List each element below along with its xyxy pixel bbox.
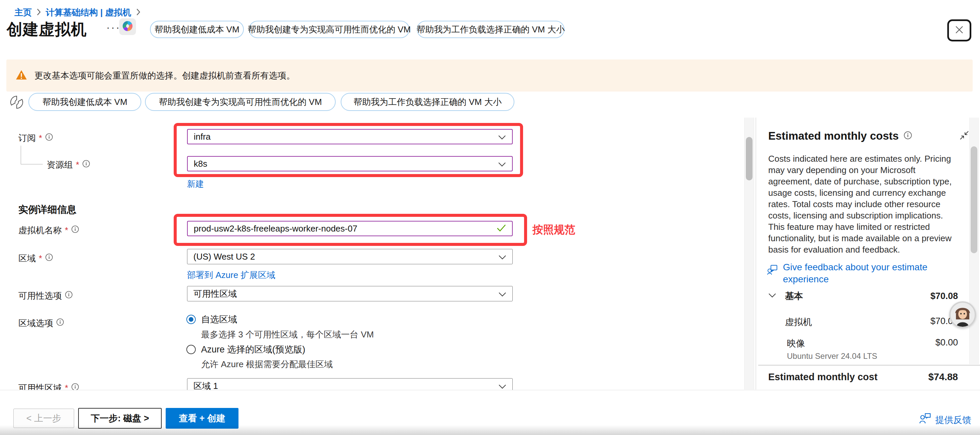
copilot-icon: [122, 20, 134, 33]
presenter-avatar: [949, 301, 976, 328]
deploy-extended-zones-link[interactable]: 部署到 Azure 扩展区域: [187, 269, 275, 281]
vm-name-label: 虚拟机名称*: [18, 225, 79, 236]
breadcrumb: 主页 计算基础结构 | 虚拟机: [14, 7, 141, 18]
valid-check-icon: [497, 223, 506, 234]
assist-low-cost-vm-button[interactable]: 帮助我创建低成本 VM: [150, 21, 244, 38]
feedback-bubbles-icon: [767, 261, 778, 285]
subscription-label: 订阅*: [18, 132, 53, 144]
chevron-right-icon: [136, 8, 141, 17]
zone-option-azure-select[interactable]: Azure 选择的区域(预览版): [186, 343, 305, 355]
annotation-note: 按照规范: [533, 223, 575, 237]
info-icon[interactable]: [65, 291, 73, 301]
zone-option-self-select[interactable]: 自选区域: [186, 313, 237, 325]
chevron-right-icon: [37, 8, 41, 17]
assist-high-availability-button[interactable]: 帮助我创建专为实现高可用性而优化的 VM: [249, 21, 409, 38]
estimate-feedback-link[interactable]: Give feedback about your estimate experi…: [767, 261, 961, 285]
info-icon[interactable]: [56, 318, 64, 328]
info-icon[interactable]: [904, 131, 912, 141]
assist-vm-size-button-2[interactable]: 帮助我为工作负载选择正确的 VM 大小: [341, 93, 514, 111]
subscription-dropdown[interactable]: infra: [187, 129, 513, 144]
bottom-shadow: [0, 425, 980, 435]
instance-details-heading: 实例详细信息: [18, 203, 76, 217]
assist-low-cost-vm-button-2[interactable]: 帮助我创建低成本 VM: [29, 93, 141, 111]
close-button[interactable]: [947, 19, 971, 41]
zone-option-azure-select-description: 允许 Azure 根据需要分配最佳区域: [201, 359, 332, 370]
chevron-down-icon: [498, 288, 506, 299]
warning-text: 更改基本选项可能会重置所做的选择。创建虚拟机前查看所有选项。: [34, 70, 295, 81]
copilot-button[interactable]: [119, 18, 136, 35]
cost-item-row: 虚拟机 $70.08: [785, 316, 958, 328]
page-title: 创建虚拟机: [7, 19, 87, 40]
main-scrollbar-thumb[interactable]: [746, 137, 752, 180]
collapse-panel-icon[interactable]: [959, 130, 969, 142]
chevron-down-icon: [768, 293, 776, 299]
cost-panel-description: Costs indicated here are estimates only.…: [768, 153, 959, 255]
cost-item-sublabel: Ubuntu Server 24.04 LTS: [787, 352, 877, 361]
chevron-down-icon: [498, 159, 506, 169]
close-icon: [954, 24, 965, 37]
more-options-icon[interactable]: ···: [106, 21, 121, 34]
breadcrumb-vm[interactable]: 计算基础结构 | 虚拟机: [46, 7, 131, 18]
vm-name-input[interactable]: prod-usw2-k8s-freeleaps-worker-nodes-07: [187, 221, 513, 236]
zone-options-label: 区域选项: [18, 317, 64, 329]
warning-icon: [16, 70, 27, 81]
cost-group-row[interactable]: 基本 $70.08: [768, 290, 958, 302]
panel-scrollbar-thumb[interactable]: [970, 147, 977, 253]
cost-panel-title: Estimated monthly costs: [768, 130, 899, 142]
tree-connector: [21, 146, 43, 164]
radio-selected-icon: [186, 315, 196, 324]
cost-item-row: 映像 $0.00: [787, 338, 958, 349]
cost-panel-header: Estimated monthly costs: [768, 130, 912, 142]
info-icon[interactable]: [71, 225, 79, 236]
resource-group-dropdown[interactable]: k8s: [187, 156, 513, 171]
feedback-person-icon: [919, 413, 931, 427]
footer-bar: < 上一步 下一步: 磁盘 > 查看 + 创建 提供反馈: [0, 390, 980, 435]
cost-total-row: Estimated monthly cost $74.88: [768, 371, 958, 382]
region-dropdown[interactable]: (US) West US 2: [187, 249, 513, 264]
region-label: 区域*: [18, 253, 53, 264]
chevron-down-icon: [498, 132, 506, 142]
create-new-resource-group-link[interactable]: 新建: [187, 178, 204, 190]
warning-banner: 更改基本选项可能会重置所做的选择。创建虚拟机前查看所有选项。: [6, 59, 973, 92]
create-vm-page: 主页 计算基础结构 | 虚拟机 创建虚拟机 ··· 帮助我创建低成本 VM 帮助…: [0, 0, 980, 435]
info-icon[interactable]: [45, 133, 53, 143]
availability-options-label: 可用性选项: [18, 290, 73, 302]
cost-total-divider: [758, 365, 980, 365]
info-icon[interactable]: [45, 253, 53, 264]
panel-divider: [756, 118, 756, 390]
breadcrumb-home[interactable]: 主页: [14, 7, 32, 18]
chevron-down-icon: [498, 381, 506, 391]
info-icon[interactable]: [82, 160, 90, 170]
copilot-outline-icon[interactable]: [10, 95, 24, 111]
resource-group-label: 资源组*: [47, 159, 90, 171]
assist-vm-size-button[interactable]: 帮助我为工作负载选择正确的 VM 大小: [417, 21, 565, 38]
chevron-down-icon: [498, 252, 506, 262]
zone-option-self-select-description: 最多选择 3 个可用性区域，每个区域一台 VM: [201, 329, 374, 341]
assist-high-availability-button-2[interactable]: 帮助我创建专为实现高可用性而优化的 VM: [145, 93, 336, 111]
availability-options-dropdown[interactable]: 可用性区域: [187, 286, 513, 301]
radio-unselected-icon: [186, 345, 196, 354]
give-feedback-link[interactable]: 提供反馈: [919, 413, 971, 427]
